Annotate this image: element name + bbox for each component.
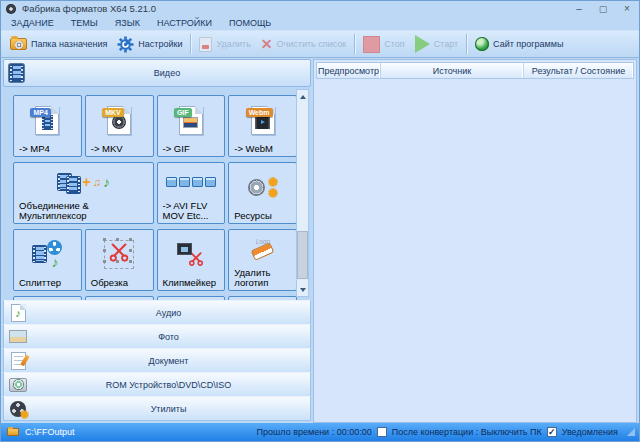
toolbar-separator [354, 34, 355, 54]
stop-button[interactable]: Стоп [358, 34, 409, 55]
category-utilities[interactable]: Утилиты [3, 396, 311, 421]
task-panel: Предпросмотр Источник Результат / Состоя… [313, 59, 637, 423]
menubar: ЗАДАНИЕ ТЕМЫ ЯЗЫК НАСТРОЙКИ ПОМОЩЬ [1, 16, 639, 31]
shutdown-label: После конвертации : Выключить ПК [392, 427, 542, 437]
column-preview[interactable]: Предпросмотр [317, 63, 381, 78]
tile-resources[interactable]: Ресурсы [228, 162, 297, 224]
mkv-file-icon: MKV [107, 106, 131, 135]
scroll-down-button[interactable] [297, 283, 308, 296]
gif-file-icon: GIF [179, 106, 203, 135]
task-list-body[interactable] [316, 79, 634, 420]
mp4-file-icon: MP4 [35, 106, 59, 135]
tile-to-mp4[interactable]: MP4 -> MP4 [13, 95, 82, 157]
scroll-track[interactable] [297, 103, 308, 283]
reel-icon [47, 240, 62, 255]
website-button[interactable]: Сайт программы [470, 35, 568, 53]
mp4-badge: MP4 [30, 108, 50, 117]
notifications-label: Уведомления [562, 427, 618, 437]
screen-icon [166, 177, 177, 187]
category-label: Аудио [27, 308, 310, 318]
minimize-button[interactable]: – [573, 3, 585, 15]
menu-settings[interactable]: НАСТРОЙКИ [157, 18, 212, 28]
column-result-state[interactable]: Результат / Состояние [524, 63, 633, 78]
clear-list-button[interactable]: ✕ Очистить список [256, 35, 351, 53]
screen-icon [179, 177, 190, 187]
category-label: Утилиты [27, 404, 310, 414]
tile-mux-merge[interactable]: + ♫ ♪ Объединение & Мультиплексор [13, 162, 154, 224]
menu-task[interactable]: ЗАДАНИЕ [11, 18, 54, 28]
video-frame-icon [177, 243, 192, 255]
scroll-thumb[interactable] [297, 231, 308, 279]
menu-themes[interactable]: ТЕМЫ [71, 18, 98, 28]
category-label: Документ [27, 356, 310, 366]
eraser-icon: Logo [249, 237, 277, 261]
image-glyph [183, 117, 198, 128]
window-title: Фабрика форматов X64 5.21.0 [22, 3, 573, 14]
start-icon [415, 35, 430, 53]
shutdown-checkbox[interactable] [377, 427, 387, 437]
gif-badge: GIF [174, 108, 192, 117]
tile-remove-logo[interactable]: Logo Удалить логотип [228, 229, 297, 291]
folder-icon [10, 38, 27, 50]
settings-button[interactable]: Настройки [112, 34, 187, 55]
category-video-label: Видео [24, 68, 310, 78]
tile-to-avi-flv-mov[interactable]: -> AVI FLV MOV Etc... [157, 162, 226, 224]
close-button[interactable]: × [621, 3, 633, 15]
maximize-button[interactable]: ▢ [597, 3, 609, 15]
tile-label: Ресурсы [229, 211, 296, 223]
toolbar: Папка назначения Настройки Удалить ✕ Очи… [1, 31, 639, 58]
scroll-up-button[interactable] [297, 90, 308, 103]
category-document[interactable]: Документ [3, 348, 311, 373]
app-window: Фабрика форматов X64 5.21.0 – ▢ × ЗАДАНИ… [0, 0, 640, 442]
tile-crop[interactable]: Обрезка [85, 229, 154, 291]
menu-language[interactable]: ЯЗЫК [115, 18, 140, 28]
titlebar: Фабрика форматов X64 5.21.0 – ▢ × [1, 1, 639, 16]
tile-label: -> MKV [86, 144, 153, 156]
toolbar-separator [190, 34, 191, 54]
tile-label: Сплиттер [14, 278, 81, 290]
tile-clipmaker[interactable]: Клипмейкер [157, 229, 226, 291]
notifications-checkbox[interactable]: ✓ [547, 427, 557, 437]
tile-to-mkv[interactable]: MKV -> MKV [85, 95, 154, 157]
category-label: Фото [27, 332, 310, 342]
gear-icon [117, 36, 134, 53]
selection-box [104, 240, 134, 269]
music-note-icon: ♪ [103, 175, 110, 189]
tile-to-webm[interactable]: Webm -> WebM [228, 95, 297, 157]
globe-icon [475, 37, 489, 51]
dest-folder-button[interactable]: Папка назначения [5, 36, 112, 52]
main-area: Видео MP4 -> MP4 [1, 58, 639, 423]
cd-icon [248, 179, 265, 196]
reel-gear-icon [10, 401, 26, 417]
menu-help[interactable]: ПОМОЩЬ [229, 18, 271, 28]
grid-scrollbar[interactable] [296, 89, 309, 297]
mkv-badge: MKV [102, 108, 124, 117]
delete-button[interactable]: Удалить [194, 35, 255, 54]
category-audio[interactable]: ♪ Аудио [3, 300, 311, 325]
settings-label: Настройки [138, 39, 182, 49]
tile-label: Клипмейкер [158, 278, 225, 290]
tile-label: Удалить логотип [229, 268, 296, 290]
category-list: ♪ Аудио Фото Документ ROM Устройство\DVD… [3, 301, 311, 421]
document-icon [11, 352, 26, 370]
start-button[interactable]: Старт [410, 33, 463, 55]
app-icon [6, 4, 16, 14]
cd-rom-icon [9, 378, 27, 392]
delete-label: Удалить [216, 39, 250, 49]
category-video-header[interactable]: Видео [3, 59, 311, 87]
tile-to-gif[interactable]: GIF -> GIF [157, 95, 226, 157]
webm-file-icon: Webm [251, 106, 275, 135]
music-note-icon: ♫ [93, 175, 101, 189]
disc-glyph [112, 115, 126, 129]
task-list-header: Предпросмотр Источник Результат / Состоя… [316, 62, 634, 79]
elapsed-time-label: Прошло времени : 00:00:00 [257, 427, 372, 437]
tile-splitter[interactable]: ♪ Сплиттер [13, 229, 82, 291]
category-photo[interactable]: Фото [3, 324, 311, 349]
column-source[interactable]: Источник [381, 63, 524, 78]
category-rom-device[interactable]: ROM Устройство\DVD\CD\ISO [3, 372, 311, 397]
output-path[interactable]: C:\FFOutput [25, 427, 257, 437]
plus-icon: + [83, 175, 91, 189]
clear-x-icon: ✕ [261, 37, 273, 51]
resize-grip-icon[interactable] [627, 428, 635, 436]
statusbar: C:\FFOutput Прошло времени : 00:00:00 По… [1, 423, 639, 441]
